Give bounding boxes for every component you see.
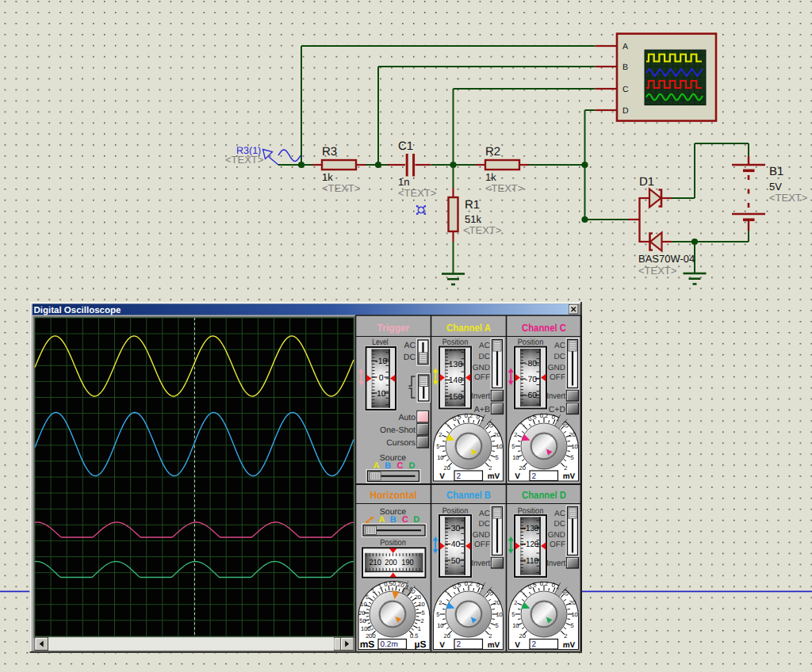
svg-text:OFF: OFF — [550, 540, 565, 549]
svg-text:1k: 1k — [485, 171, 496, 183]
svg-text:30: 30 — [451, 524, 461, 533]
svg-text:mV: mV — [563, 472, 576, 481]
svg-text:BAS70W-04: BAS70W-04 — [638, 253, 695, 265]
svg-text:V: V — [439, 472, 445, 481]
svg-text:GND: GND — [548, 364, 565, 372]
svg-text:A: A — [379, 515, 385, 525]
svg-text:2: 2 — [514, 431, 517, 438]
svg-text:10: 10 — [437, 622, 443, 629]
svg-text:20: 20 — [415, 594, 421, 601]
svg-text:Channel B: Channel B — [446, 489, 491, 501]
svg-text:Invert: Invert — [547, 559, 566, 568]
svg-text:50: 50 — [451, 556, 461, 566]
svg-text:Auto: Auto — [398, 413, 416, 422]
svg-text:V: V — [439, 641, 445, 650]
svg-text:Cursors: Cursors — [386, 438, 416, 448]
svg-text:R2: R2 — [485, 145, 500, 158]
svg-text:AC: AC — [479, 342, 490, 350]
svg-text:OFF: OFF — [550, 373, 565, 382]
svg-text:2: 2 — [488, 632, 492, 640]
svg-text:10: 10 — [512, 622, 519, 629]
svg-text:µS: µS — [415, 639, 427, 650]
svg-text:10: 10 — [512, 454, 519, 461]
svg-text:mS: mS — [360, 639, 375, 650]
svg-text:0.2: 0.2 — [465, 580, 473, 587]
svg-text:51k: 51k — [465, 213, 481, 225]
svg-text:AC: AC — [554, 342, 565, 350]
svg-text:5: 5 — [436, 443, 439, 450]
svg-text:190: 190 — [401, 558, 414, 567]
svg-text:OFF: OFF — [474, 373, 490, 382]
svg-text:2: 2 — [532, 472, 537, 481]
svg-text:C+D: C+D — [549, 405, 566, 414]
svg-text:5V: 5V — [769, 181, 782, 193]
svg-text:0.2: 0.2 — [540, 412, 548, 419]
svg-text:GND: GND — [473, 364, 490, 372]
svg-text:20: 20 — [358, 609, 365, 617]
svg-text:<TEXT>: <TEXT> — [769, 192, 807, 204]
svg-text:A: A — [622, 42, 628, 52]
svg-text:R1: R1 — [465, 198, 480, 212]
svg-text:50: 50 — [359, 617, 366, 624]
svg-text:Invert: Invert — [472, 391, 491, 401]
svg-text:10: 10 — [496, 611, 502, 618]
svg-text:Invert: Invert — [547, 391, 566, 401]
svg-text:0.5: 0.5 — [384, 580, 393, 588]
svg-text:2: 2 — [564, 464, 567, 472]
svg-text:10: 10 — [496, 443, 502, 450]
svg-text:B1: B1 — [769, 165, 783, 178]
svg-text:1n: 1n — [398, 176, 409, 188]
svg-text:5: 5 — [436, 611, 439, 618]
svg-text:mV: mV — [488, 472, 500, 481]
svg-text:0.2m: 0.2m — [381, 640, 398, 649]
svg-text:D: D — [622, 106, 629, 116]
svg-text:Position: Position — [380, 538, 406, 548]
svg-text:20: 20 — [569, 431, 575, 438]
svg-text:2: 2 — [564, 632, 567, 640]
svg-text:0.2: 0.2 — [392, 580, 401, 588]
svg-text:R3: R3 — [322, 145, 337, 158]
svg-text:0.2: 0.2 — [465, 412, 473, 419]
svg-text:Horizontal: Horizontal — [370, 489, 417, 501]
svg-text:40: 40 — [451, 540, 461, 549]
svg-text:mV: mV — [563, 641, 576, 650]
svg-text:5: 5 — [496, 454, 499, 461]
svg-text:DC: DC — [554, 520, 565, 529]
svg-text:DC: DC — [479, 520, 490, 529]
svg-text:C: C — [622, 85, 629, 94]
svg-text:Channel D: Channel D — [522, 489, 566, 501]
svg-text:<TEXT>: <TEXT> — [463, 224, 501, 236]
svg-text:5: 5 — [421, 609, 424, 617]
svg-text:2: 2 — [532, 640, 537, 649]
svg-text:One-Shot: One-Shot — [380, 426, 416, 435]
svg-text:20: 20 — [493, 599, 500, 606]
svg-text:2: 2 — [457, 640, 462, 649]
svg-text:2: 2 — [488, 464, 492, 472]
svg-text:5: 5 — [511, 443, 515, 450]
svg-text:<TEXT>: <TEXT> — [225, 154, 263, 166]
svg-text:5: 5 — [571, 622, 574, 629]
svg-text:5: 5 — [511, 611, 515, 618]
svg-text:10: 10 — [571, 443, 577, 450]
svg-text:Digital Oscilloscope: Digital Oscilloscope — [34, 306, 121, 315]
svg-text:Channel C: Channel C — [522, 322, 567, 334]
svg-text:1: 1 — [418, 625, 421, 632]
svg-text:200: 200 — [385, 558, 397, 567]
svg-text:10: 10 — [418, 601, 424, 608]
svg-text:V: V — [515, 472, 520, 481]
svg-text:AC: AC — [479, 510, 490, 518]
svg-text:2: 2 — [420, 617, 423, 624]
svg-text:0: 0 — [379, 373, 384, 383]
svg-text:2: 2 — [439, 431, 442, 438]
svg-text:10: 10 — [437, 454, 443, 461]
svg-text:2: 2 — [457, 472, 462, 481]
svg-text:D1: D1 — [639, 175, 654, 189]
svg-text:2: 2 — [439, 599, 442, 606]
svg-text:<TEXT>: <TEXT> — [485, 182, 523, 194]
svg-text:C1: C1 — [398, 139, 413, 153]
svg-text:<TEXT>: <TEXT> — [398, 187, 436, 199]
svg-text:OFF: OFF — [474, 540, 490, 549]
svg-text:AC: AC — [554, 510, 565, 518]
svg-text:1k: 1k — [322, 171, 333, 183]
svg-text:20: 20 — [493, 431, 500, 438]
